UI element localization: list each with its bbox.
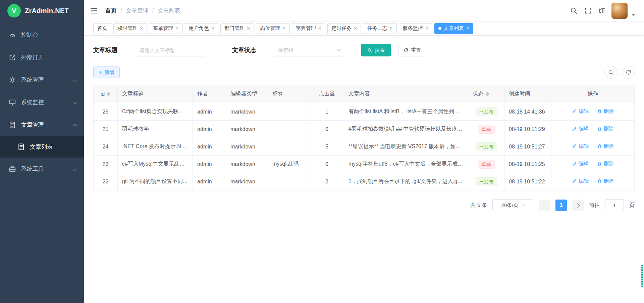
tab-menu-management[interactable]: 菜单管理 × — [149, 23, 182, 34]
close-icon[interactable]: × — [282, 26, 285, 31]
delete-button[interactable]: 删除 — [597, 126, 614, 132]
pen-icon — [572, 126, 577, 131]
prev-page-button[interactable] — [539, 200, 550, 211]
sort-icon[interactable] — [486, 92, 489, 96]
cell-created-at: 08-18 14:41:36 — [504, 103, 551, 121]
sidebar-item-system-tools[interactable]: 系统工具 — [0, 158, 84, 180]
tab-label: 字典管理 — [296, 25, 316, 32]
sidebar-item-label: 外部打开 — [21, 53, 44, 61]
user-avatar[interactable] — [611, 3, 628, 19]
close-icon[interactable]: × — [247, 26, 250, 31]
toggle-search-icon[interactable] — [604, 66, 617, 79]
refresh-table-icon[interactable] — [622, 66, 635, 79]
sort-icon[interactable] — [107, 92, 110, 96]
next-page-button[interactable] — [572, 200, 584, 211]
cell-content: **错误提示** 当电脑更新 VS2017 版本后，如果... — [344, 138, 468, 156]
tab-service-monitor[interactable]: 服务监控 × — [399, 23, 432, 34]
pen-icon — [572, 161, 577, 166]
close-icon[interactable]: × — [466, 26, 469, 31]
reset-button[interactable]: 重置 — [398, 44, 426, 56]
tab-user-role[interactable]: 用户角色 × — [185, 23, 218, 34]
cell-title: 羽毛球教学 — [118, 121, 193, 138]
breadcrumb-separator: / — [152, 7, 154, 14]
article-status-select[interactable]: 请选择 — [274, 44, 345, 56]
delete-button[interactable]: 删除 — [597, 161, 614, 167]
sidebar-menu: 控制台 外部打开 系统管理 系统监控 — [0, 24, 84, 180]
close-icon[interactable]: × — [354, 26, 357, 31]
breadcrumb-home[interactable]: 首页 — [105, 7, 117, 14]
cell-title: git 为不同的项目设置不同... — [118, 173, 193, 190]
page-size-select[interactable]: 20条/页 — [492, 199, 533, 211]
edit-button[interactable]: 编辑 — [572, 108, 589, 115]
avatar-caret-down-icon[interactable] — [632, 14, 635, 16]
document-icon — [9, 121, 16, 129]
tab-article-list[interactable]: 文章列表 × — [434, 23, 473, 34]
close-icon[interactable]: × — [140, 26, 143, 31]
sidebar-collapse-icon[interactable] — [90, 6, 99, 15]
chevron-down-icon — [73, 167, 77, 171]
tab-department-management[interactable]: 部门管理 × — [220, 23, 254, 34]
add-button[interactable]: + 新增 — [93, 67, 120, 78]
cell-hits: 2 — [310, 173, 344, 190]
column-header-id[interactable]: id — [94, 85, 118, 103]
cell-author: admin — [193, 103, 226, 121]
cell-status: 已发布 — [468, 138, 504, 156]
close-icon[interactable]: × — [175, 26, 178, 31]
chevron-down-icon — [73, 100, 77, 104]
chevron-down-icon — [337, 47, 341, 51]
delete-button[interactable]: 删除 — [597, 178, 614, 184]
page-size-value: 20条/页 — [501, 202, 519, 209]
breadcrumb-article-management[interactable]: 文章管理 — [126, 7, 149, 14]
table-header-row: id 文章标题 作者 编辑器类型 标签 点击量 文章内容 状态 创建时间 — [94, 85, 635, 103]
tab-scheduled-tasks[interactable]: 定时任务 × — [327, 23, 361, 34]
font-size-icon[interactable]: tT — [599, 7, 605, 14]
plus-icon: + — [99, 69, 102, 76]
column-header-status[interactable]: 状态 — [468, 85, 504, 103]
page-number-1[interactable]: 1 — [555, 200, 567, 211]
table-row: 24 .NET Core 发布时提示.NET... admin markdown… — [94, 138, 635, 156]
delete-button[interactable]: 删除 — [597, 108, 614, 115]
sidebar-item-article-list[interactable]: 文章列表 — [0, 136, 84, 158]
cell-editor-type: markdown — [226, 121, 268, 138]
cell-editor-type: markdown — [226, 156, 268, 173]
close-icon[interactable]: × — [318, 26, 321, 31]
tab-label: 菜单管理 — [153, 25, 173, 32]
edit-button[interactable]: 编辑 — [572, 126, 589, 132]
tab-home[interactable]: 首页 — [93, 23, 111, 34]
tab-dict-management[interactable]: 字典管理 × — [292, 23, 325, 34]
cell-tags: mysql,乱码 — [268, 156, 310, 173]
sidebar-item-external-open[interactable]: 外部打开 — [0, 46, 84, 69]
sidebar-item-system-monitor[interactable]: 系统监控 — [0, 91, 84, 114]
goto-page-input[interactable] — [605, 199, 624, 211]
edit-button[interactable]: 编辑 — [572, 143, 589, 149]
tab-permission-management[interactable]: 权限管理 × — [113, 23, 147, 34]
toolbar-right-actions — [604, 66, 635, 79]
close-icon[interactable]: × — [425, 26, 428, 31]
cell-actions: 编辑 删除 — [551, 156, 635, 173]
search-button[interactable]: 搜索 — [361, 44, 391, 56]
sidebar-item-label: 系统管理 — [21, 76, 44, 84]
article-title-input[interactable] — [135, 44, 205, 56]
close-icon[interactable]: × — [389, 26, 392, 31]
tab-label: 部门管理 — [224, 25, 245, 32]
chevron-right-icon — [575, 203, 580, 208]
delete-button[interactable]: 删除 — [597, 143, 614, 149]
cell-hits: 0 — [310, 156, 344, 173]
close-icon[interactable]: × — [211, 26, 214, 31]
tab-task-log[interactable]: 任务日志 × — [363, 23, 396, 34]
fullscreen-icon[interactable] — [584, 7, 592, 14]
cell-id: 22 — [94, 173, 118, 190]
tab-label: 首页 — [97, 25, 107, 32]
search-icon[interactable] — [570, 7, 578, 14]
app-title: ZrAdmin.NET — [25, 7, 69, 15]
sidebar-item-dashboard[interactable]: 控制台 — [0, 24, 84, 46]
sidebar-item-article-management[interactable]: 文章管理 — [0, 114, 84, 136]
tab-label: 用户角色 — [189, 25, 209, 32]
scrollbar-thumb[interactable] — [641, 265, 643, 287]
cell-created-at: 08-19 10:51:27 — [504, 138, 551, 156]
status-badge: 草稿 — [478, 125, 495, 134]
sidebar-item-system-management[interactable]: 系统管理 — [0, 69, 84, 91]
edit-button[interactable]: 编辑 — [572, 178, 589, 184]
tab-post-management[interactable]: 岗位管理 × — [256, 23, 289, 34]
edit-button[interactable]: 编辑 — [572, 161, 589, 167]
